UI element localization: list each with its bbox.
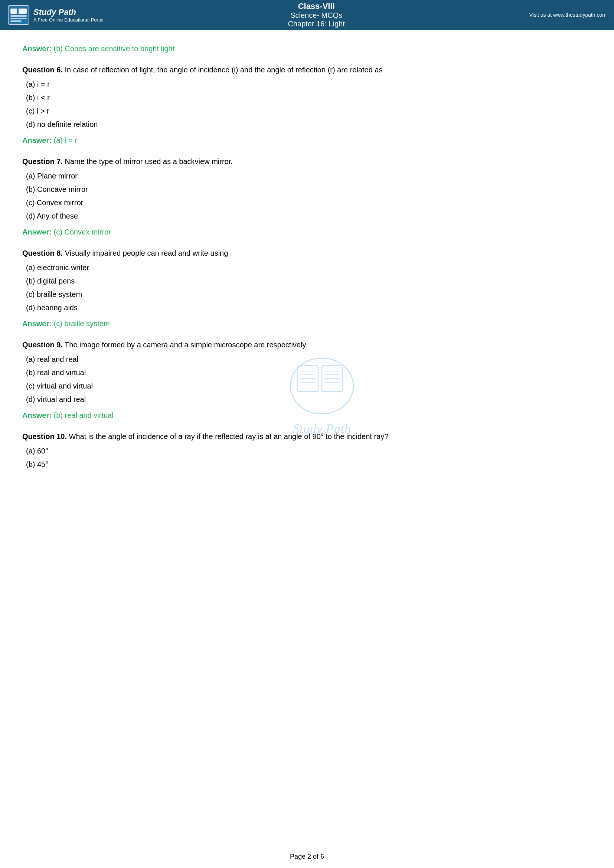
subject-title: Science- MCQs (104, 11, 529, 20)
q8-option-d: (d) hearing aids (26, 302, 592, 313)
question-8-body: Visually impaired people can read and wr… (63, 249, 228, 257)
header-website: Visit us at www.thestudypath.com (529, 12, 606, 18)
logo-sub-text: A Free Online Educational Portal (33, 17, 104, 23)
header-center: Class-VIII Science- MCQs Chapter 16: Lig… (104, 2, 529, 28)
answer-7-text: (c) Convex mirror (53, 228, 111, 236)
answer-7: Answer: (c) Convex mirror (22, 228, 592, 236)
question-10-number: Question 10. (22, 432, 67, 440)
svg-rect-1 (10, 9, 17, 14)
svg-rect-2 (19, 9, 27, 14)
answer-8: Answer: (c) braille system (22, 319, 592, 328)
question-7-text: Question 7. Name the type of mirror used… (22, 156, 592, 167)
answer-7-label: Answer: (22, 228, 51, 236)
q8-option-b: (b) digital pens (26, 275, 592, 287)
question-9-block: Question 9. The image formed by a camera… (22, 339, 592, 405)
chapter-title: Chapter 16: Light (104, 20, 529, 28)
question-10-text: Question 10. What is the angle of incide… (22, 431, 592, 442)
class-title: Class-VIII (104, 2, 529, 11)
question-6-block: Question 6. In case of reflection of lig… (22, 64, 592, 130)
answer-5: Answer: (b) Cones are sensitive to brigh… (22, 45, 592, 53)
answer-9: Answer: (b) real and virtual (22, 411, 592, 420)
question-10-block: Question 10. What is the angle of incide… (22, 431, 592, 470)
question-8-block: Question 8. Visually impaired people can… (22, 248, 592, 313)
q8-option-c: (c) braille system (26, 288, 592, 300)
answer-6-text: (a) i = r (53, 136, 77, 144)
q10-option-a: (a) 60° (26, 445, 592, 457)
answer-5-label: Answer: (22, 45, 51, 53)
logo-text: Study Path A Free Online Educational Por… (33, 8, 104, 23)
q8-option-a: (a) electronic writer (26, 262, 592, 273)
answer-9-label: Answer: (22, 411, 51, 419)
svg-rect-3 (10, 15, 27, 17)
q7-option-d: (d) Any of these (26, 210, 592, 222)
page-footer: Page 2 of 6 (0, 853, 614, 860)
q9-option-a: (a) real and real (26, 353, 592, 365)
answer-6: Answer: (a) i = r (22, 136, 592, 145)
answer-8-text: (c) braille system (53, 319, 110, 328)
q10-option-b: (b) 45° (26, 458, 592, 470)
question-9-body: The image formed by a camera and a simpl… (63, 341, 306, 349)
q9-option-b: (b) real and virtual (26, 367, 592, 378)
page-header: Study Path A Free Online Educational Por… (0, 0, 614, 30)
question-9-text: Question 9. The image formed by a camera… (22, 339, 592, 350)
answer-5-text: (b) Cones are sensitive to bright light (53, 45, 174, 53)
main-content: Answer: (b) Cones are sensitive to brigh… (0, 30, 614, 504)
q9-option-d: (d) virtual and real (26, 394, 592, 405)
q6-option-c: (c) i > r (26, 105, 592, 117)
question-7-number: Question 7. (22, 157, 63, 166)
q6-option-a: (a) i = r (26, 78, 592, 90)
answer-8-label: Answer: (22, 319, 51, 328)
q7-option-a: (a) Plane mirror (26, 170, 592, 182)
q6-option-b: (b) i < r (26, 91, 592, 104)
question-6-text: Question 6. In case of reflection of lig… (22, 64, 592, 75)
q7-option-c: (c) Convex mirror (26, 197, 592, 209)
question-7-block: Question 7. Name the type of mirror used… (22, 156, 592, 222)
svg-rect-5 (10, 20, 22, 22)
q6-option-d: (d) no definite relation (26, 118, 592, 130)
question-6-body: In case of reflection of light, the angl… (63, 66, 383, 74)
footer-page-text: Page 2 of 6 (290, 853, 324, 860)
q9-option-c: (c) virtual and virtual (26, 380, 592, 392)
logo-icon (8, 5, 30, 25)
logo-block: Study Path A Free Online Educational Por… (8, 5, 104, 25)
question-8-text: Question 8. Visually impaired people can… (22, 248, 592, 259)
question-10-body: What is the angle of incidence of a ray … (67, 432, 388, 440)
question-9-number: Question 9. (22, 341, 63, 349)
svg-rect-4 (10, 18, 27, 19)
question-7-body: Name the type of mirror used as a backvi… (63, 157, 233, 166)
question-8-number: Question 8. (22, 249, 63, 257)
logo-main-text: Study Path (33, 8, 104, 17)
q7-option-b: (b) Concave mirror (26, 183, 592, 195)
answer-9-text: (b) real and virtual (53, 411, 113, 419)
answer-6-label: Answer: (22, 136, 51, 144)
question-6-number: Question 6. (22, 66, 63, 74)
